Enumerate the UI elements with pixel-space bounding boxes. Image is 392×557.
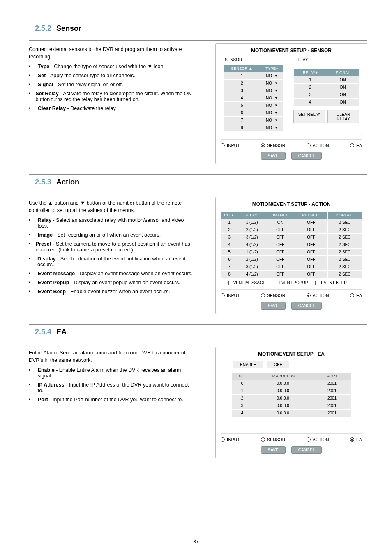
col-relay[interactable]: RELAY+ bbox=[294, 69, 327, 76]
save-button[interactable]: SAVE bbox=[261, 446, 286, 454]
bullet-text: - Set the duration of the event notifica… bbox=[37, 256, 186, 267]
save-button[interactable]: SAVE bbox=[261, 302, 286, 310]
chevron-down-icon: ▼ bbox=[274, 81, 278, 85]
tab-input[interactable]: INPUT bbox=[221, 437, 240, 442]
relay-signal[interactable]: ON bbox=[327, 84, 359, 91]
relay-num: 3 bbox=[294, 91, 327, 99]
cancel-button[interactable]: CANCEL bbox=[291, 446, 322, 454]
col-ch[interactable]: CH ▲ bbox=[221, 212, 238, 219]
screenshot-sensor: MOTION/EVENT SETUP - SENSOR SENSOR SENSO… bbox=[215, 43, 367, 164]
event-popup-checkbox[interactable]: EVENT POPUP bbox=[273, 281, 308, 285]
dialog-title: MOTION/EVENT SETUP - ACTION bbox=[221, 201, 362, 207]
bullet-label: Display bbox=[37, 256, 55, 262]
bullet-text: - Set recording on or off when an event … bbox=[54, 232, 161, 238]
event-message-checkbox[interactable]: ✓EVENT MESSAGE bbox=[225, 281, 265, 285]
relay-num: 4 bbox=[294, 99, 327, 106]
sensor-table: SENSOR ▲ TYPE+ 1NO▼ 2NO▼ 3NO▼ 4NO▼ 5NO▼ … bbox=[224, 64, 284, 131]
bullet-text: - Deactivate the relay. bbox=[67, 106, 117, 111]
sensor-type-dropdown[interactable]: NO▼ bbox=[260, 87, 284, 94]
bullet-label: Port bbox=[38, 397, 48, 403]
col-preset[interactable]: PRESET+ bbox=[295, 212, 328, 219]
section-header-sensor: 2.5.2 Sensor bbox=[29, 21, 367, 41]
tab-ea[interactable]: EA bbox=[350, 437, 362, 442]
relay-signal[interactable]: ON bbox=[327, 76, 359, 84]
bullet-label: Signal bbox=[38, 82, 53, 87]
tab-action[interactable]: ACTION bbox=[307, 293, 329, 298]
bullet-label: Enable bbox=[38, 367, 55, 373]
sensor-num: 4 bbox=[224, 94, 260, 102]
sensor-type-dropdown[interactable]: NO▼ bbox=[260, 109, 284, 117]
fieldset-sensor-legend: SENSOR bbox=[224, 58, 243, 62]
bullet-text: - Set the relay signal on or off. bbox=[55, 82, 123, 87]
table-row: 40.0.0.02001 bbox=[231, 410, 351, 417]
bullet-label: Event Beep bbox=[38, 289, 66, 295]
sensor-type-dropdown[interactable]: NO▼ bbox=[260, 124, 284, 131]
clear-relay-button[interactable]: CLEAR RELAY bbox=[327, 110, 359, 123]
relay-signal[interactable]: ON bbox=[327, 99, 359, 106]
bullet-label: IP Address bbox=[38, 382, 65, 388]
sensor-type-dropdown[interactable]: NO▼ bbox=[260, 117, 284, 124]
sensor-num: 1 bbox=[224, 72, 260, 80]
bullet-text: - Display an event message when an event… bbox=[76, 271, 193, 276]
relay-num: 1 bbox=[294, 76, 327, 84]
tab-sensor[interactable]: SENSOR bbox=[261, 437, 285, 442]
section-title: Sensor bbox=[56, 24, 81, 33]
col-sensor[interactable]: SENSOR ▲ bbox=[224, 65, 260, 72]
set-relay-button[interactable]: SET RELAY bbox=[293, 110, 325, 123]
table-row: 44 (1/2)OFFOFF2 SEC bbox=[221, 241, 362, 249]
save-button[interactable]: SAVE bbox=[261, 152, 286, 160]
table-row: 11 (1/2)ONOFF2 SEC bbox=[221, 219, 362, 226]
sensor-num: 6 bbox=[224, 109, 260, 117]
table-row: 33 (1/2)OFFOFF2 SEC bbox=[221, 234, 362, 241]
tab-action[interactable]: ACTION bbox=[307, 143, 329, 148]
bullet-text: - Select an associated relay with motion… bbox=[38, 217, 184, 229]
bullet-text: - Input the Port number of the DVR you w… bbox=[49, 397, 183, 403]
bullet-label: Relay bbox=[38, 217, 51, 223]
bullet-label: Clear Relay bbox=[38, 106, 66, 111]
tab-input[interactable]: INPUT bbox=[221, 143, 240, 148]
chevron-down-icon: ▼ bbox=[274, 118, 278, 122]
table-row: 00.0.0.02001 bbox=[231, 380, 351, 387]
action-table: CH ▲ RELAY+ IMAGE+ PRESET+ DISPLAY+ 11 (… bbox=[221, 211, 362, 278]
col-display[interactable]: DISPLAY+ bbox=[328, 212, 362, 219]
action-intro: Use the ▲ button and ▼ button or the num… bbox=[29, 199, 193, 214]
enable-value[interactable]: OFF bbox=[267, 361, 289, 368]
bullet-text: - Apply the sensor type to all channels. bbox=[47, 73, 135, 78]
bullet-label: Event Message bbox=[38, 271, 75, 276]
relay-signal[interactable]: ON bbox=[327, 91, 359, 99]
col-type[interactable]: TYPE+ bbox=[260, 65, 284, 72]
screenshot-action: MOTION/EVENT SETUP - ACTION CH ▲ RELAY+ … bbox=[215, 197, 367, 314]
col-signal[interactable]: SIGNAL bbox=[327, 69, 359, 76]
bullet-label: Event Popup bbox=[38, 280, 69, 285]
bullet-text: - Enable Entire Alarm when the DVR recei… bbox=[38, 367, 181, 379]
tab-ea[interactable]: EA bbox=[350, 293, 362, 298]
table-row: 62 (1/2)OFFOFF2 SEC bbox=[221, 256, 362, 263]
sensor-num: 2 bbox=[224, 80, 260, 87]
table-row: 30.0.0.02001 bbox=[231, 402, 351, 410]
col-port: PORT bbox=[313, 373, 351, 380]
section-number: 2.5.2 bbox=[35, 24, 51, 33]
event-beep-checkbox[interactable]: EVENT BEEP bbox=[315, 281, 347, 285]
cancel-button[interactable]: CANCEL bbox=[291, 152, 322, 160]
sensor-intro: Connect external sensors to the DVR and … bbox=[29, 46, 193, 60]
sensor-type-dropdown[interactable]: NO▼ bbox=[260, 94, 284, 102]
col-image[interactable]: IMAGE+ bbox=[266, 212, 295, 219]
ea-intro: Entire Alarm. Send an alarm command from… bbox=[29, 349, 193, 364]
sensor-type-dropdown[interactable]: NO▼ bbox=[260, 72, 284, 80]
tab-action[interactable]: ACTION bbox=[307, 437, 329, 442]
tab-input[interactable]: INPUT bbox=[221, 293, 240, 298]
tab-sensor[interactable]: SENSOR bbox=[261, 293, 285, 298]
sensor-num: 5 bbox=[224, 102, 260, 109]
cancel-button[interactable]: CANCEL bbox=[291, 302, 322, 310]
col-relay[interactable]: RELAY+ bbox=[238, 212, 266, 219]
sensor-type-dropdown[interactable]: NO▼ bbox=[260, 102, 284, 109]
sensor-type-dropdown[interactable]: NO▼ bbox=[260, 80, 284, 87]
sensor-num: 3 bbox=[224, 87, 260, 94]
tab-sensor[interactable]: SENSOR bbox=[261, 143, 285, 148]
bullet-label: Set bbox=[38, 73, 46, 78]
chevron-down-icon: ▼ bbox=[274, 111, 278, 115]
tab-ea[interactable]: EA bbox=[350, 143, 362, 148]
relay-table: RELAY+ SIGNAL 1ON 2ON 3ON 4ON bbox=[293, 69, 359, 106]
chevron-down-icon: ▼ bbox=[274, 126, 278, 129]
table-row: 20.0.0.02001 bbox=[231, 395, 351, 402]
